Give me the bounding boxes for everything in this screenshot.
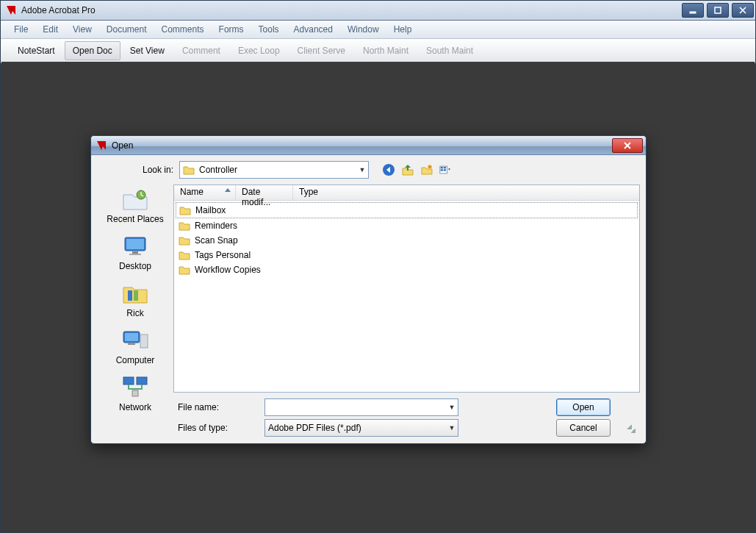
- titlebar: Adobe Acrobat Pro: [1, 1, 755, 21]
- menu-tools[interactable]: Tools: [251, 22, 287, 37]
- place-label: Rick: [102, 308, 168, 318]
- up-one-level-icon[interactable]: [401, 163, 414, 176]
- place-computer[interactable]: Computer: [102, 329, 168, 365]
- svg-rect-5: [441, 167, 443, 168]
- place-label: Computer: [102, 355, 168, 365]
- desktop-icon: [120, 235, 150, 258]
- place-label: Recent Places: [102, 214, 168, 224]
- tool-exec-loop[interactable]: Exec Loop: [230, 41, 288, 60]
- file-name: Mailbox: [195, 205, 226, 215]
- place-network[interactable]: Network: [102, 376, 168, 412]
- col-name[interactable]: Name: [174, 185, 236, 200]
- open-dialog: Open Look in: Controller ▼: [90, 135, 647, 444]
- open-button[interactable]: Open: [556, 398, 611, 416]
- file-name-input[interactable]: ▼: [264, 398, 458, 416]
- look-in-row: Look in: Controller ▼: [97, 157, 640, 183]
- svg-rect-12: [132, 251, 138, 254]
- menubar: File Edit View Document Comments Forms T…: [1, 21, 755, 39]
- network-icon: [120, 376, 150, 399]
- resize-grip[interactable]: [627, 424, 637, 434]
- chevron-down-icon: ▼: [446, 424, 458, 432]
- svg-rect-11: [126, 239, 144, 249]
- dialog-title: Open: [112, 140, 133, 151]
- file-type-row: Files of type: Adobe PDF Files (*.pdf) ▼…: [97, 418, 640, 438]
- places-bar: Recent Places Desktop Rick: [97, 185, 173, 393]
- file-row[interactable]: Workflow Copies: [176, 262, 638, 277]
- tool-north-maint[interactable]: North Maint: [355, 41, 417, 60]
- folder-icon: [179, 235, 190, 246]
- dialog-icon: [96, 140, 107, 151]
- place-label: Desktop: [102, 261, 168, 271]
- file-list: Name Date modif... Type Mailbox: [173, 185, 640, 393]
- svg-rect-13: [129, 254, 141, 255]
- dialog-close-button[interactable]: [612, 138, 643, 153]
- svg-rect-15: [134, 290, 138, 301]
- tool-notestart[interactable]: NoteStart: [10, 41, 63, 60]
- col-date[interactable]: Date modif...: [236, 185, 293, 200]
- place-recent[interactable]: Recent Places: [102, 187, 168, 224]
- file-type-label: Files of type:: [173, 423, 264, 433]
- file-type-value: Adobe PDF Files (*.pdf): [268, 423, 361, 433]
- file-row[interactable]: Scan Snap: [176, 233, 638, 248]
- tool-client-serve[interactable]: Client Serve: [289, 41, 353, 60]
- recent-places-icon: [120, 187, 150, 211]
- chevron-down-icon: ▼: [446, 404, 458, 411]
- file-row[interactable]: Tags Personal: [176, 248, 638, 262]
- folder-icon: [179, 205, 191, 215]
- menu-file[interactable]: File: [7, 22, 35, 37]
- menu-view[interactable]: View: [65, 22, 99, 37]
- folder-icon: [179, 221, 190, 231]
- window-controls: [680, 1, 755, 19]
- svg-rect-8: [444, 169, 446, 171]
- tool-open-doc[interactable]: Open Doc: [65, 41, 120, 60]
- maximize-button[interactable]: [707, 3, 729, 18]
- svg-rect-21: [137, 377, 147, 384]
- minimize-button[interactable]: [682, 3, 704, 18]
- place-desktop[interactable]: Desktop: [102, 235, 168, 271]
- file-row[interactable]: Reminders: [176, 218, 638, 233]
- look-in-label: Look in:: [97, 165, 179, 175]
- app-title: Adobe Acrobat Pro: [21, 5, 96, 15]
- svg-rect-18: [140, 335, 148, 348]
- dialog-bottom: File name: ▼ Open Files of type: Adobe P…: [97, 397, 640, 438]
- folder-icon: [183, 165, 195, 175]
- look-in-value: Controller: [199, 165, 237, 175]
- menu-edit[interactable]: Edit: [35, 22, 65, 37]
- file-name-label: File name:: [173, 402, 264, 412]
- svg-rect-19: [128, 343, 135, 345]
- file-name: Scan Snap: [195, 235, 238, 246]
- svg-rect-6: [444, 167, 446, 168]
- cancel-button[interactable]: Cancel: [556, 419, 611, 437]
- chevron-down-icon: ▼: [356, 166, 368, 174]
- svg-rect-1: [715, 7, 721, 13]
- tool-south-maint[interactable]: South Maint: [418, 41, 481, 60]
- tool-comment[interactable]: Comment: [174, 41, 228, 60]
- back-icon[interactable]: [382, 163, 395, 176]
- look-in-combo[interactable]: Controller ▼: [179, 161, 369, 179]
- user-folder-icon: [120, 282, 150, 305]
- place-label: Network: [102, 402, 168, 412]
- dialog-body: Look in: Controller ▼: [97, 157, 640, 437]
- place-user[interactable]: Rick: [102, 282, 168, 318]
- menu-comments[interactable]: Comments: [154, 22, 212, 37]
- views-icon[interactable]: [439, 163, 453, 176]
- close-button[interactable]: [732, 3, 754, 18]
- file-name: Workflow Copies: [195, 265, 261, 275]
- column-headers: Name Date modif... Type: [174, 185, 639, 201]
- menu-forms[interactable]: Forms: [212, 22, 251, 37]
- menu-window[interactable]: Window: [340, 22, 386, 37]
- menu-document[interactable]: Document: [99, 22, 154, 37]
- menu-help[interactable]: Help: [386, 22, 420, 37]
- file-type-combo[interactable]: Adobe PDF Files (*.pdf) ▼: [264, 419, 458, 437]
- dialog-titlebar: Open: [91, 136, 646, 155]
- col-type[interactable]: Type: [293, 185, 639, 200]
- menu-advanced[interactable]: Advanced: [287, 22, 340, 37]
- col-name-label: Name: [180, 187, 204, 197]
- new-folder-icon[interactable]: [420, 163, 433, 176]
- file-name: Tags Personal: [195, 250, 251, 260]
- tool-set-view[interactable]: Set View: [122, 41, 173, 60]
- svg-rect-0: [690, 12, 696, 13]
- file-rows: Mailbox Reminders Scan Snap Tags Pe: [174, 201, 639, 392]
- toolbar: NoteStart Open Doc Set View Comment Exec…: [1, 39, 755, 63]
- svg-rect-22: [132, 390, 138, 396]
